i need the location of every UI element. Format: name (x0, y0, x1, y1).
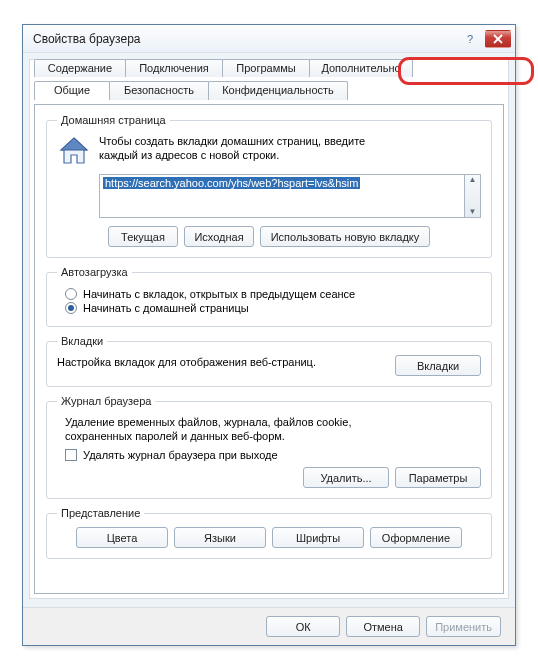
homepage-url-input[interactable]: https://search.yahoo.com/yhs/web?hspart=… (99, 174, 465, 218)
tab-general[interactable]: Общие (34, 81, 110, 100)
group-appearance: Представление Цвета Языки Шрифты Оформле… (46, 507, 492, 559)
homepage-description: Чтобы создать вкладки домашних страниц, … (99, 134, 365, 168)
radio-start-tabs[interactable] (65, 288, 77, 300)
window-title: Свойства браузера (33, 32, 455, 46)
home-icon (57, 134, 91, 168)
use-newtab-button[interactable]: Использовать новую вкладку (260, 226, 430, 247)
use-current-button[interactable]: Текущая (108, 226, 178, 247)
radio-start-home-label: Начинать с домашней страницы (83, 302, 249, 314)
tab-privacy[interactable]: Конфиденциальность (208, 81, 348, 100)
use-default-button[interactable]: Исходная (184, 226, 254, 247)
colors-button[interactable]: Цвета (76, 527, 168, 548)
homepage-url-value: https://search.yahoo.com/yhs/web?hspart=… (103, 177, 360, 189)
help-button[interactable]: ? (457, 30, 483, 48)
languages-button[interactable]: Языки (174, 527, 266, 548)
close-button[interactable] (485, 30, 511, 48)
group-appearance-legend: Представление (57, 507, 144, 519)
dialog-window: Свойства браузера ? Содержание Подключен… (22, 24, 516, 646)
checkbox-delete-on-exit[interactable] (65, 449, 77, 461)
tab-advanced[interactable]: Дополнительно (309, 59, 413, 77)
ok-button[interactable]: ОК (266, 616, 340, 637)
radio-start-tabs-label: Начинать с вкладок, открытых в предыдуще… (83, 288, 355, 300)
dialog-footer: ОК Отмена Применить (23, 607, 515, 645)
history-settings-button[interactable]: Параметры (395, 467, 481, 488)
tab-connections[interactable]: Подключения (125, 59, 223, 77)
cancel-button[interactable]: Отмена (346, 616, 420, 637)
group-tabs-legend: Вкладки (57, 335, 107, 347)
radio-start-home[interactable] (65, 302, 77, 314)
scroll-down-icon: ▼ (469, 207, 477, 217)
group-history-legend: Журнал браузера (57, 395, 155, 407)
tabs-description: Настройка вкладок для отображения веб-ст… (57, 355, 383, 369)
fonts-button[interactable]: Шрифты (272, 527, 364, 548)
history-delete-button[interactable]: Удалить... (303, 467, 389, 488)
accessibility-button[interactable]: Оформление (370, 527, 462, 548)
tab-programs[interactable]: Программы (222, 59, 310, 77)
svg-marker-1 (61, 138, 87, 150)
apply-button[interactable]: Применить (426, 616, 501, 637)
tabs-settings-button[interactable]: Вкладки (395, 355, 481, 376)
group-history: Журнал браузера Удаление временных файло… (46, 395, 492, 499)
group-homepage-legend: Домашняя страница (57, 114, 170, 126)
titlebar: Свойства браузера ? (23, 25, 515, 53)
group-tabs: Вкладки Настройка вкладок для отображени… (46, 335, 492, 387)
group-startup: Автозагрузка Начинать с вкладок, открыты… (46, 266, 492, 327)
tab-row-1: Содержание Подключения Программы Дополни… (34, 59, 412, 77)
history-description: Удаление временных файлов, журнала, файл… (65, 415, 481, 443)
group-startup-legend: Автозагрузка (57, 266, 132, 278)
checkbox-delete-on-exit-label: Удалять журнал браузера при выходе (83, 449, 278, 461)
group-homepage: Домашняя страница Чтобы создать вкладки … (46, 114, 492, 258)
tab-general-panel: Домашняя страница Чтобы создать вкладки … (34, 104, 504, 594)
scrollbar-vertical[interactable]: ▲ ▼ (465, 174, 481, 218)
tab-security[interactable]: Безопасность (109, 81, 209, 100)
client-area: Содержание Подключения Программы Дополни… (29, 59, 509, 599)
scroll-up-icon: ▲ (469, 175, 477, 185)
close-icon (493, 34, 503, 44)
tab-row-2: Общие Безопасность Конфиденциальность (34, 81, 347, 100)
tab-content[interactable]: Содержание (34, 59, 126, 77)
